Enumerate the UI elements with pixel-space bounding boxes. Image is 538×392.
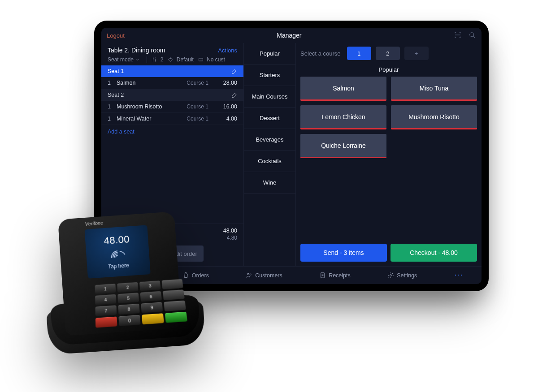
nav-receipts[interactable]: Receipts [319,272,351,279]
seat-header[interactable]: Seat 1 [101,65,243,77]
seat-header[interactable]: Seat 2 [101,89,243,101]
svg-point-8 [250,274,252,275]
nav-settings[interactable]: Settings [387,272,417,279]
add-seat-button[interactable]: Add a seat [101,125,243,138]
course-add[interactable]: + [404,47,429,60]
product-tile[interactable]: Mushroom Risotto [391,105,477,129]
category-list: Popular Starters Main Courses Dessert Be… [244,43,296,266]
product-tile[interactable]: Miso Tuna [391,77,477,101]
line-name: Mushroom Risotto [117,103,187,110]
svg-point-7 [247,273,249,275]
line-qty: 1 [108,80,114,86]
keypad-key[interactable]: 1 [95,284,116,294]
category-item[interactable]: Beverages [244,129,295,151]
product-tile[interactable]: Quiche Lorraine [300,134,386,158]
users-icon [246,272,252,279]
order-line[interactable]: 1 Salmon Course 1 28.00 [101,77,243,89]
more-icon[interactable]: ⋮ [454,271,464,280]
keypad-key[interactable]: 2 [117,282,138,293]
discount-chip[interactable]: Default [168,56,193,63]
product-section-title: Popular [300,66,477,73]
svg-point-1 [170,58,171,59]
keypad-key[interactable]: 5 [117,293,139,303]
line-price: 28.00 [217,80,237,86]
nav-label: Receipts [329,272,351,279]
receipt-icon [319,272,326,279]
terminal-keypad: 1 2 3 4 5 6 7 8 9 0 [95,279,187,328]
svg-point-0 [470,32,474,36]
product-tile[interactable]: Lemon Chicken [300,105,386,129]
checkout-button[interactable]: Checkout - 48.00 [390,244,477,262]
keypad-key[interactable]: 3 [139,280,161,291]
keypad-key[interactable]: 4 [95,294,116,305]
search-icon[interactable] [468,31,476,40]
terminal-body: Verifone 48.00 Tap here 1 2 3 4 5 6 7 8 … [58,211,182,336]
terminal-tap-label: Tap here [108,262,130,270]
category-item[interactable]: Dessert [244,108,295,129]
keypad-key[interactable]: 8 [118,304,139,314]
course-label: Select a course [300,50,341,57]
line-course: Course 1 [187,103,208,110]
line-course: Course 1 [187,80,208,86]
utensils-icon [152,57,157,62]
line-name: Mineral Water [117,116,187,122]
keypad-key[interactable]: 9 [141,302,163,313]
total-value: 48.00 [223,228,237,234]
svg-rect-2 [199,58,203,61]
tag-icon [168,57,173,62]
nav-customers[interactable]: Customers [246,272,282,279]
top-bar: Logout Manager [101,28,482,43]
edit-icon[interactable] [231,69,237,74]
course-option[interactable]: 2 [376,47,400,60]
line-course: Course 1 [187,116,208,122]
product-tile[interactable]: Salmon [300,77,386,101]
course-option[interactable]: 1 [347,47,371,60]
guest-count[interactable]: 2 [152,56,163,63]
payment-terminal: Verifone 48.00 Tap here 1 2 3 4 5 6 7 8 … [40,210,211,368]
line-price: 16.00 [217,103,237,110]
seat-mode-dropdown[interactable]: Seat mode [108,56,142,63]
nav-label: Settings [397,272,417,279]
keypad-key[interactable] [162,279,183,289]
contactless-icon [109,248,127,261]
card-icon [198,57,204,62]
barcode-icon[interactable] [454,31,462,40]
keypad-enter[interactable] [165,312,187,323]
logout-button[interactable]: Logout [107,32,125,39]
category-item[interactable]: Wine [244,172,295,194]
page-title: Manager [277,32,301,39]
course-picker: Select a course 1 2 + [296,43,482,64]
product-grid: Salmon Miso Tuna Lemon Chicken Mushroom … [300,77,477,158]
product-panel: Select a course 1 2 + Popular Salmon Mis… [296,43,482,266]
order-line[interactable]: 1 Mineral Water Course 1 4.00 [101,113,243,125]
keypad-key[interactable]: 0 [119,315,141,326]
keypad-clear[interactable] [142,313,164,324]
terminal-amount: 48.00 [104,233,130,247]
line-qty: 1 [108,116,114,122]
category-item[interactable]: Main Courses [244,86,295,108]
actions-button[interactable]: Actions [218,47,237,54]
customer-chip[interactable]: No cust [198,56,225,63]
terminal-screen: 48.00 Tap here [85,225,151,278]
keypad-key[interactable]: 6 [140,291,162,302]
keypad-key[interactable]: 7 [95,305,117,316]
nav-label: Customers [255,272,282,279]
category-item[interactable]: Starters [244,65,295,86]
category-item[interactable]: Popular [244,43,295,65]
line-qty: 1 [108,103,114,110]
order-line[interactable]: 1 Mushroom Risotto Course 1 16.00 [101,101,243,113]
table-label: Table 2, Dining room [108,47,165,54]
keypad-key[interactable] [164,301,186,311]
svg-point-9 [390,275,392,276]
seat-label: Seat 1 [108,68,124,74]
keypad-cancel[interactable] [95,317,117,328]
send-button[interactable]: Send - 3 items [300,244,387,262]
edit-icon[interactable] [231,92,237,98]
keypad-key[interactable] [163,289,185,300]
order-list: Seat 1 1 Salmon Course 1 28.00 Seat 2 [101,65,243,224]
category-item[interactable]: Cocktails [244,151,295,172]
line-price: 4.00 [217,116,237,122]
line-name: Salmon [117,80,187,86]
chevron-down-icon [135,57,140,62]
tax-value: 4.80 [227,235,237,241]
